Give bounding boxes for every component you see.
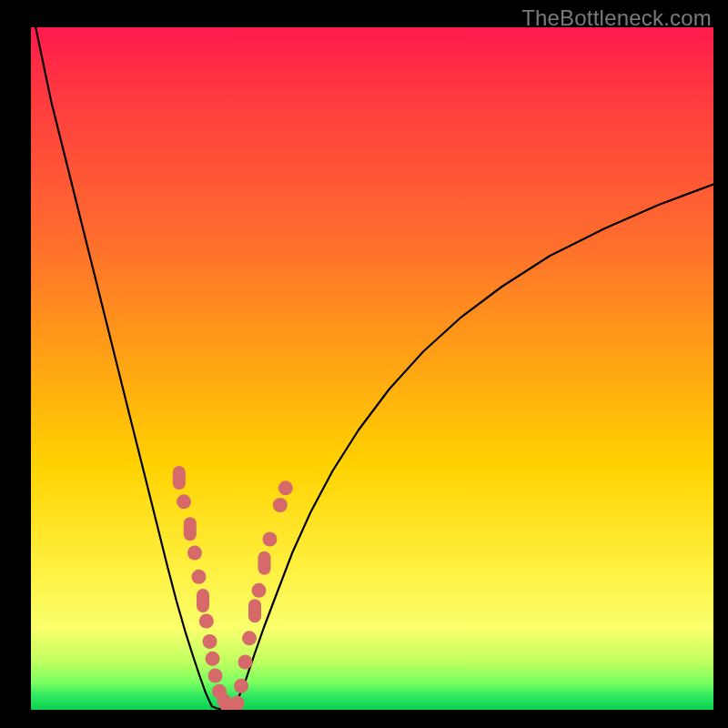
data-marker — [184, 517, 197, 541]
data-marker — [278, 480, 293, 495]
chart-curve-layer — [31, 27, 713, 710]
data-marker — [208, 669, 223, 683]
data-marker — [252, 583, 267, 598]
data-marker — [187, 546, 202, 561]
data-marker — [206, 652, 220, 666]
data-marker — [242, 631, 257, 645]
data-marker — [199, 614, 214, 629]
data-marker — [273, 498, 288, 512]
data-marker — [173, 466, 186, 490]
chart-frame: TheBottleneck.com — [0, 0, 728, 728]
data-marker — [234, 679, 248, 693]
data-marker — [230, 696, 245, 711]
data-marker — [248, 599, 261, 622]
data-marker — [263, 532, 278, 547]
data-marker — [238, 655, 253, 670]
data-marker — [197, 589, 209, 612]
data-marker — [203, 634, 217, 649]
data-markers — [173, 466, 293, 710]
bottleneck-curve — [35, 27, 713, 709]
chart-gradient-area — [31, 27, 713, 710]
data-marker — [177, 494, 191, 509]
data-marker — [258, 551, 271, 575]
data-marker — [192, 570, 207, 584]
